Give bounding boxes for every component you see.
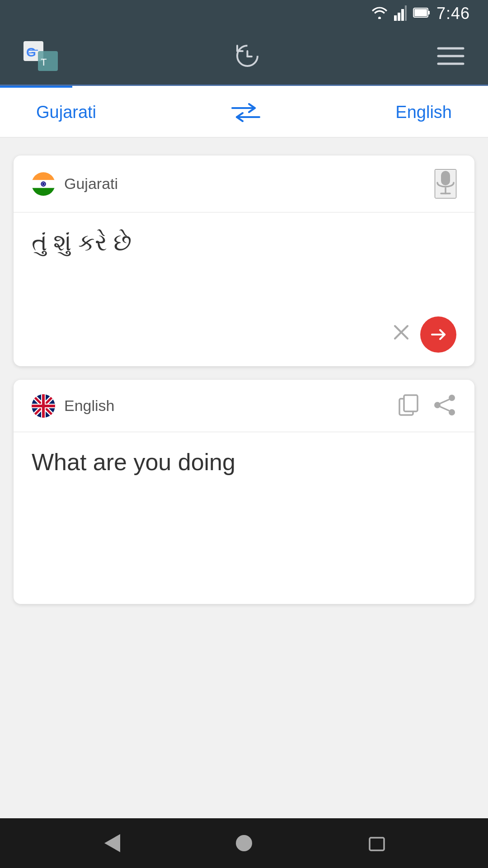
swap-languages-button[interactable] xyxy=(230,101,262,124)
source-lang-label: Gujarati xyxy=(64,175,118,193)
source-card-header: Gujarati xyxy=(14,156,474,212)
history-button[interactable] xyxy=(233,41,262,71)
main-content: Gujarati તું શું કરે છે xyxy=(0,137,488,818)
target-card-header: English xyxy=(14,380,474,432)
svg-text:T: T xyxy=(41,57,47,68)
google-translate-icon[interactable]: G T xyxy=(23,40,59,72)
app-bar: G T xyxy=(0,27,488,86)
clear-button[interactable] xyxy=(391,322,411,347)
svg-rect-3 xyxy=(401,9,404,21)
back-button[interactable] xyxy=(102,832,120,854)
status-bar: 7:46 xyxy=(0,0,488,27)
menu-button[interactable] xyxy=(436,45,465,67)
svg-line-55 xyxy=(441,407,449,410)
target-language-button[interactable]: English xyxy=(386,98,461,127)
source-lang-info: Gujarati xyxy=(32,172,118,196)
svg-rect-7 xyxy=(414,9,427,16)
share-button[interactable] xyxy=(433,393,456,418)
source-input-text[interactable]: તું શું કરે છે xyxy=(32,226,456,259)
svg-rect-4 xyxy=(405,5,407,21)
svg-rect-6 xyxy=(428,11,430,14)
target-lang-info: English xyxy=(32,394,115,418)
svg-rect-1 xyxy=(394,15,397,21)
status-icons: 7:46 xyxy=(371,4,470,23)
target-card-body: What are you doing xyxy=(14,432,474,604)
signal-icon xyxy=(394,5,407,23)
svg-rect-33 xyxy=(441,171,450,185)
microphone-button[interactable] xyxy=(435,169,456,198)
source-card-controls xyxy=(391,316,456,353)
recent-apps-button[interactable] xyxy=(368,834,386,852)
battery-icon xyxy=(413,6,430,21)
source-translation-card: Gujarati તું શું કરે છે xyxy=(14,156,474,366)
svg-text:G: G xyxy=(26,45,36,59)
svg-marker-56 xyxy=(104,834,120,852)
uk-flag-icon xyxy=(32,394,55,418)
svg-point-0 xyxy=(378,17,381,19)
translate-button[interactable] xyxy=(420,316,456,353)
target-card-actions xyxy=(398,393,456,418)
source-language-button[interactable]: Gujarati xyxy=(27,98,105,127)
svg-point-51 xyxy=(449,395,455,401)
svg-rect-47 xyxy=(42,394,45,418)
svg-point-52 xyxy=(434,402,441,408)
source-card-body[interactable]: તું શું કરે છે xyxy=(14,212,474,366)
wifi-icon xyxy=(371,6,388,21)
translated-output-text: What are you doing xyxy=(32,446,456,479)
target-translation-card: English xyxy=(14,380,474,604)
status-time: 7:46 xyxy=(436,4,470,23)
bottom-nav xyxy=(0,818,488,868)
home-button[interactable] xyxy=(234,833,254,853)
language-selector: Gujarati English xyxy=(0,88,488,137)
app-bar-left: G T xyxy=(23,40,59,72)
target-lang-label: English xyxy=(64,397,115,415)
svg-rect-2 xyxy=(398,13,400,21)
svg-rect-58 xyxy=(370,838,384,850)
svg-point-57 xyxy=(236,835,252,851)
copy-button[interactable] xyxy=(398,393,419,418)
svg-point-53 xyxy=(449,409,455,415)
source-card-actions xyxy=(435,169,456,198)
svg-line-54 xyxy=(441,400,449,403)
svg-rect-50 xyxy=(404,395,418,411)
india-flag-icon xyxy=(32,172,55,196)
